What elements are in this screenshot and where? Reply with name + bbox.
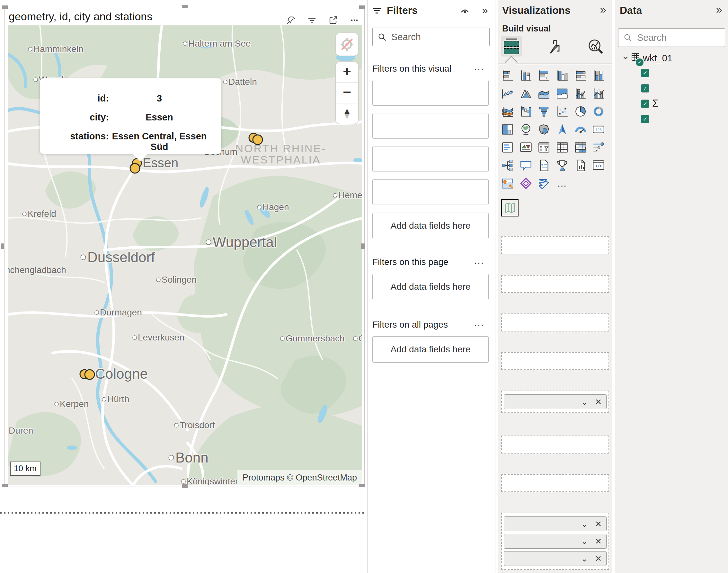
field-pill-geometry[interactable]: ⌄ ✕	[504, 395, 607, 409]
q-and-a-icon[interactable]	[519, 159, 533, 172]
filters-visual-dropzone[interactable]: Add data fields here	[372, 213, 489, 239]
arcgis-map-icon[interactable]	[501, 177, 514, 190]
resize-handle[interactable]	[182, 5, 188, 8]
remove-field-icon[interactable]: ✕	[595, 397, 602, 407]
stacked-column-100-chart-icon[interactable]	[592, 69, 605, 82]
pie-chart-icon[interactable]	[574, 105, 587, 118]
filters-search-input[interactable]: Search	[372, 28, 489, 46]
resize-handle[interactable]	[359, 484, 365, 487]
decomposition-tree-icon[interactable]	[501, 159, 514, 172]
card-icon[interactable]: 123	[592, 123, 605, 136]
collapse-pane-icon[interactable]: »	[482, 4, 488, 16]
zoom-out-button[interactable]: −	[336, 83, 358, 103]
treemap-icon[interactable]	[501, 123, 514, 136]
compass-toggle-button[interactable]	[335, 33, 359, 56]
map-canvas[interactable]: NORTH RHINE- WESTPHALIA HamminkelnHalter…	[8, 25, 362, 485]
pin-icon[interactable]	[285, 15, 296, 26]
section-more-icon[interactable]: ...	[474, 255, 484, 266]
filter-icon[interactable]	[307, 15, 317, 26]
stacked-column-chart-icon[interactable]	[519, 69, 533, 82]
map-icon[interactable]	[519, 123, 533, 136]
remove-field-icon[interactable]: ✕	[595, 537, 602, 546]
checkbox-checked-icon[interactable]: ✓	[641, 100, 649, 108]
donut-chart-icon[interactable]	[592, 105, 605, 118]
collapse-pane-icon[interactable]: »	[600, 3, 606, 16]
map-visual[interactable]: geometry, id, city and stations	[4, 8, 365, 487]
resize-handle[interactable]	[361, 244, 365, 249]
filter-card-geometry[interactable]	[372, 113, 489, 139]
resize-handle[interactable]	[1, 244, 4, 249]
pitch-button[interactable]: ▲▼	[336, 103, 358, 124]
chevron-down-icon[interactable]: ⌄	[581, 554, 588, 564]
checkbox-checked-icon[interactable]: ✓	[641, 84, 649, 93]
slicer-icon[interactable]	[537, 141, 551, 154]
data-field-city[interactable]: ✓	[615, 68, 728, 82]
filters-all-dropzone[interactable]: Add data fields here	[372, 336, 489, 363]
field-pill-stations[interactable]: ⌄ ✕	[504, 551, 607, 566]
well-dropzone-size[interactable]	[501, 474, 609, 492]
multi-row-card-icon[interactable]	[501, 141, 514, 154]
remove-field-icon[interactable]: ✕	[595, 519, 602, 529]
well-dropzone-color[interactable]	[501, 435, 609, 454]
funnel-chart-icon[interactable]	[537, 105, 551, 118]
stacked-bar-100-chart-icon[interactable]	[574, 69, 587, 82]
well-dropzone-destination-latitude[interactable]	[501, 313, 609, 331]
well-dropzone-destination-longitude[interactable]	[501, 352, 609, 370]
well-dropzone-wkt-geojson[interactable]: ⌄ ✕	[501, 390, 609, 413]
well-dropzone-latitude[interactable]	[501, 237, 609, 254]
field-pill-city[interactable]: ⌄ ✕	[504, 534, 607, 549]
data-field-id[interactable]: ✓ Σ	[615, 99, 728, 113]
filter-card-id[interactable]	[372, 146, 489, 172]
stacked-bar-chart-icon[interactable]	[501, 69, 514, 82]
filter-card-city[interactable]	[372, 80, 489, 106]
stacked-area-chart-icon[interactable]	[537, 87, 551, 100]
ribbon-chart-icon[interactable]	[501, 105, 514, 118]
power-apps-icon[interactable]	[519, 177, 533, 190]
data-field-geometry[interactable]: ✓	[615, 84, 728, 98]
chevron-down-icon[interactable]: ⌄	[581, 519, 588, 529]
zoom-in-button[interactable]: +	[336, 62, 358, 83]
line-chart-icon[interactable]	[501, 87, 514, 100]
build-visual-tab[interactable]	[501, 36, 522, 57]
checkbox-checked-icon[interactable]: ✓	[641, 69, 649, 77]
key-influencers-icon[interactable]	[592, 141, 605, 154]
chevron-down-icon[interactable]: ⌄	[581, 397, 588, 407]
clustered-bar-chart-icon[interactable]	[537, 69, 551, 82]
table-row-wkt01[interactable]: ✓ wkt_01	[615, 51, 728, 65]
line-clustered-column-chart-icon[interactable]	[592, 87, 605, 100]
stacked-area-100-chart-icon[interactable]	[556, 87, 569, 100]
script-visual-icon[interactable]: </>	[592, 159, 605, 172]
matrix-icon[interactable]	[574, 141, 587, 154]
well-dropzone-popup-properties[interactable]: ⌄ ✕ ⌄ ✕ ⌄ ✕	[501, 513, 609, 570]
power-automate-icon[interactable]	[537, 177, 551, 190]
smart-narrative-icon[interactable]	[537, 159, 551, 172]
resize-handle[interactable]	[182, 484, 188, 488]
analytics-tab[interactable]	[587, 38, 605, 56]
filter-card-stations[interactable]	[372, 179, 489, 205]
icon-map-visual-selected[interactable]	[501, 199, 519, 216]
waterfall-chart-icon[interactable]	[519, 105, 533, 118]
more-visuals-icon[interactable]: …	[556, 177, 569, 190]
scatter-chart-icon[interactable]	[556, 105, 569, 118]
section-more-icon[interactable]: ...	[474, 62, 484, 72]
clustered-column-chart-icon[interactable]	[556, 69, 569, 82]
collapse-pane-icon[interactable]: »	[716, 3, 722, 16]
gauge-icon[interactable]	[574, 123, 587, 136]
metrics-icon[interactable]	[556, 159, 569, 172]
data-search-input[interactable]: Search	[618, 28, 725, 47]
kpi-icon[interactable]	[519, 141, 533, 154]
remove-field-icon[interactable]: ✕	[595, 554, 602, 563]
filters-page-dropzone[interactable]: Add data fields here	[372, 274, 489, 300]
table-icon[interactable]	[556, 141, 569, 154]
section-more-icon[interactable]: ...	[474, 318, 484, 328]
more-icon[interactable]	[349, 15, 360, 26]
checkbox-checked-icon[interactable]: ✓	[641, 115, 649, 123]
field-pill-id[interactable]: ⌄ ✕	[504, 516, 607, 531]
data-field-stations[interactable]: ✓	[615, 114, 728, 128]
filled-map-icon[interactable]	[537, 123, 551, 136]
line-stacked-column-chart-icon[interactable]	[574, 87, 587, 100]
chevron-down-icon[interactable]	[622, 54, 629, 63]
resize-handle[interactable]	[359, 5, 365, 9]
resize-handle[interactable]	[2, 484, 8, 487]
area-chart-icon[interactable]	[519, 87, 533, 100]
